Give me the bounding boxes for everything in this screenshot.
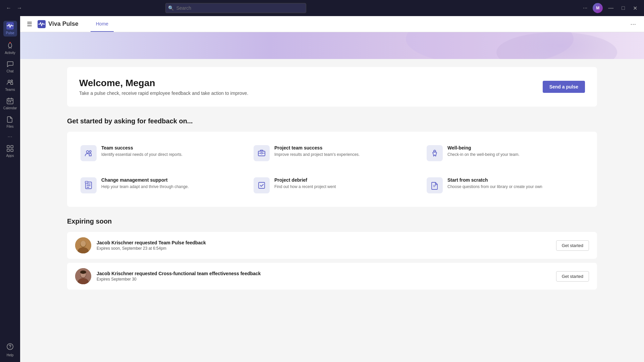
svg-rect-27 bbox=[259, 182, 265, 188]
expiring-date-1: Expires soon, September 23 at 6:54pm bbox=[97, 246, 551, 251]
main-content: Welcome, Megan Take a pulse check, recei… bbox=[20, 59, 644, 362]
nav-item-home[interactable]: Home bbox=[91, 16, 114, 32]
sidebar-label-calendar: Calendar bbox=[3, 106, 17, 110]
banner bbox=[20, 32, 644, 59]
app-more-button[interactable]: ··· bbox=[628, 19, 639, 29]
sidebar-item-apps[interactable]: Apps bbox=[1, 143, 19, 160]
svg-rect-24 bbox=[87, 185, 91, 186]
feedback-grid-inner: Team success Identify essential needs of… bbox=[75, 140, 589, 199]
calendar-icon bbox=[6, 97, 14, 106]
sidebar-item-more[interactable]: ··· bbox=[1, 132, 19, 141]
sidebar-label-pulse: Pulse bbox=[6, 31, 14, 35]
change-mgmt-icon bbox=[80, 177, 97, 193]
expiring-section-title: Expiring soon bbox=[67, 218, 597, 225]
avatar-person-svg-1 bbox=[75, 237, 91, 253]
svg-rect-8 bbox=[11, 145, 13, 148]
wellbeing-icon bbox=[427, 145, 443, 161]
change-mgmt-title: Change management support bbox=[101, 177, 189, 183]
project-debrief-desc: Find out how a recent project went bbox=[274, 184, 336, 190]
feedback-card-wellbeing[interactable]: Well-being Check-in on the well-being of… bbox=[421, 140, 589, 167]
avatar-jacob-2 bbox=[75, 268, 91, 284]
wellbeing-text: Well-being Check-in on the well-being of… bbox=[447, 145, 520, 158]
svg-point-17 bbox=[87, 151, 89, 153]
change-mgmt-text: Change management support Help your team… bbox=[101, 177, 189, 190]
apps-icon bbox=[6, 145, 14, 153]
sidebar-item-activity[interactable]: Activity bbox=[1, 40, 19, 57]
svg-rect-26 bbox=[85, 181, 88, 183]
svg-rect-25 bbox=[87, 187, 89, 188]
svg-point-15 bbox=[406, 32, 574, 59]
sidebar-item-files[interactable]: Files bbox=[1, 114, 19, 131]
project-team-desc: Improve results and project team's exper… bbox=[274, 152, 360, 158]
maximize-button[interactable]: □ bbox=[619, 4, 628, 12]
team-success-icon bbox=[80, 145, 97, 161]
close-button[interactable]: ✕ bbox=[630, 4, 640, 13]
wellbeing-title: Well-being bbox=[447, 145, 520, 150]
get-started-button-2[interactable]: Get started bbox=[556, 271, 589, 282]
project-debrief-icon bbox=[254, 177, 270, 193]
hamburger-button[interactable]: ☰ bbox=[25, 19, 34, 29]
svg-rect-4 bbox=[7, 99, 13, 104]
back-button[interactable]: ← bbox=[4, 4, 13, 12]
sidebar: Pulse Activity Chat bbox=[0, 16, 20, 362]
app-title: Viva Pulse bbox=[48, 20, 78, 27]
svg-rect-5 bbox=[8, 101, 9, 102]
svg-point-3 bbox=[11, 80, 13, 82]
pulse-icon bbox=[6, 22, 14, 31]
svg-point-2 bbox=[8, 80, 10, 82]
team-success-text: Team success Identify essential needs of… bbox=[101, 145, 182, 158]
sidebar-item-calendar[interactable]: Calendar bbox=[1, 95, 19, 112]
svg-rect-6 bbox=[10, 101, 11, 102]
activity-icon bbox=[6, 42, 14, 50]
app-logo: Viva Pulse bbox=[38, 20, 78, 28]
sidebar-item-pulse[interactable]: Pulse bbox=[1, 19, 19, 39]
avatar[interactable]: M bbox=[593, 3, 603, 13]
send-pulse-button[interactable]: Send a pulse bbox=[543, 81, 585, 93]
start-scratch-desc: Choose questions from our library or cre… bbox=[447, 184, 542, 190]
feedback-card-team-success[interactable]: Team success Identify essential needs of… bbox=[75, 140, 243, 167]
search-input[interactable] bbox=[165, 3, 306, 13]
sidebar-label-activity: Activity bbox=[5, 51, 15, 55]
project-team-text: Project team success Improve results and… bbox=[274, 145, 360, 158]
search-icon: 🔍 bbox=[168, 5, 174, 11]
feedback-card-project-team[interactable]: Project team success Improve results and… bbox=[248, 140, 416, 167]
app-header: ☰ Viva Pulse Home ··· bbox=[20, 16, 644, 32]
svg-rect-7 bbox=[7, 145, 9, 148]
svg-rect-10 bbox=[11, 149, 13, 152]
expiring-text-2: Jacob Krischner requested Cross-function… bbox=[97, 271, 551, 282]
banner-decoration bbox=[20, 32, 644, 59]
svg-point-18 bbox=[89, 150, 91, 153]
expiring-item-1: Jacob Krischner requested Team Pulse fee… bbox=[67, 232, 597, 259]
get-started-button-1[interactable]: Get started bbox=[556, 240, 589, 251]
svg-point-38 bbox=[80, 270, 86, 274]
expiring-date-2: Expires September 30 bbox=[97, 277, 551, 282]
svg-point-12 bbox=[10, 348, 10, 349]
sidebar-item-teams[interactable]: Teams bbox=[1, 77, 19, 94]
svg-rect-14 bbox=[20, 32, 644, 59]
forward-button[interactable]: → bbox=[15, 4, 24, 12]
start-scratch-icon bbox=[427, 177, 443, 193]
project-debrief-title: Project debrief bbox=[274, 177, 336, 183]
team-success-title: Team success bbox=[101, 145, 182, 150]
feedback-card-start-scratch[interactable]: Start from scratch Choose questions from… bbox=[421, 172, 589, 199]
minimize-button[interactable]: — bbox=[605, 4, 616, 12]
expiring-request-1: Jacob Krischner requested Team Pulse fee… bbox=[97, 240, 551, 245]
feedback-section-title: Get started by asking for feedback on... bbox=[67, 117, 597, 125]
sidebar-item-help[interactable]: Help bbox=[1, 341, 19, 359]
avatar-person-svg-2 bbox=[75, 268, 91, 284]
more-icon: ··· bbox=[8, 134, 13, 139]
sidebar-item-chat[interactable]: Chat bbox=[1, 58, 19, 75]
sidebar-label-apps: Apps bbox=[6, 154, 14, 158]
feedback-card-change-mgmt[interactable]: Change management support Help your team… bbox=[75, 172, 243, 199]
feedback-card-project-debrief[interactable]: Project debrief Find out how a recent pr… bbox=[248, 172, 416, 199]
welcome-subtitle: Take a pulse check, receive rapid employ… bbox=[79, 90, 248, 96]
sidebar-label-teams: Teams bbox=[5, 88, 15, 92]
more-options-button[interactable]: ··· bbox=[580, 4, 590, 12]
teams-icon bbox=[6, 79, 14, 87]
start-scratch-title: Start from scratch bbox=[447, 177, 542, 183]
expiring-list: Jacob Krischner requested Team Pulse fee… bbox=[67, 232, 597, 294]
titlebar: ← → 🔍 ··· M — □ ✕ bbox=[0, 0, 644, 16]
sidebar-label-files: Files bbox=[6, 125, 13, 129]
welcome-greeting: Welcome, Megan bbox=[79, 78, 248, 88]
expiring-text-1: Jacob Krischner requested Team Pulse fee… bbox=[97, 240, 551, 251]
